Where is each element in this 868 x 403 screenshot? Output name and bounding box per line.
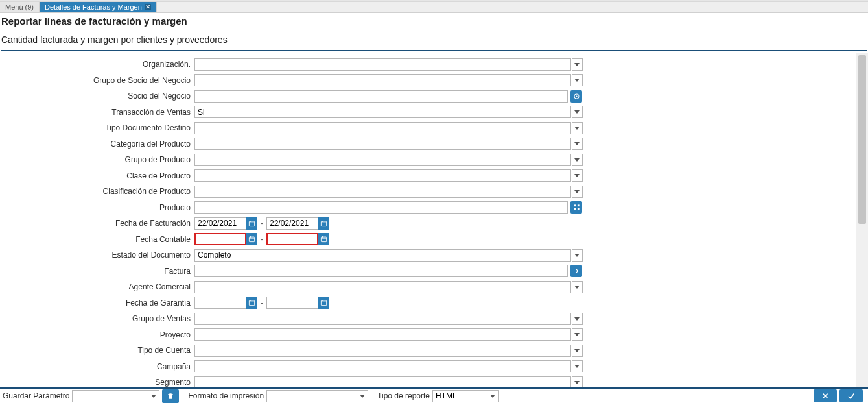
calendar-icon: [248, 236, 255, 243]
label-guardar-param: Guardar Parámetro: [3, 391, 69, 400]
input-estado-doc[interactable]: [194, 249, 571, 262]
input-proyecto[interactable]: [194, 328, 571, 341]
dropdown-formato-impresion[interactable]: [357, 390, 368, 402]
input-fecha-cont-to[interactable]: [266, 233, 318, 245]
input-grupo-ventas[interactable]: [194, 313, 571, 325]
dropdown-grupo-prod[interactable]: [572, 154, 583, 166]
delete-param-button[interactable]: [162, 389, 179, 403]
dropdown-campana[interactable]: [572, 360, 583, 372]
svg-rect-4: [574, 208, 576, 210]
label-grupo-ventas: Grupo de Ventas: [0, 314, 194, 323]
chevron-down-icon: [574, 254, 580, 257]
chevron-down-icon: [574, 174, 580, 177]
chevron-down-icon: [574, 158, 580, 162]
calendar-fecha-fact-from[interactable]: [246, 217, 257, 230]
dropdown-trans-ventas[interactable]: [572, 106, 583, 118]
tab-detalles-facturas[interactable]: Detalles de Facturas y Margen ✕: [40, 2, 157, 12]
range-dash: -: [259, 299, 265, 308]
input-fecha-fact-from[interactable]: [194, 217, 246, 230]
input-grupo-socio[interactable]: [194, 74, 571, 86]
close-icon: [820, 391, 830, 400]
input-socio[interactable]: [194, 90, 568, 103]
tab-detalles-label: Detalles de Facturas y Margen: [45, 3, 142, 11]
input-clasif-prod[interactable]: [194, 186, 571, 198]
svg-rect-5: [577, 208, 579, 210]
input-organizacion[interactable]: [194, 58, 571, 71]
lookup-producto-button[interactable]: [570, 201, 582, 214]
input-fecha-garantia-to[interactable]: [266, 297, 318, 309]
chevron-down-icon: [574, 110, 580, 114]
input-segmento[interactable]: [194, 376, 571, 388]
input-producto[interactable]: [194, 201, 568, 214]
lookup-socio-button[interactable]: [570, 90, 582, 103]
dropdown-organizacion[interactable]: [572, 58, 583, 71]
svg-rect-14: [249, 237, 254, 242]
calendar-icon: [320, 299, 327, 306]
input-grupo-prod[interactable]: [194, 154, 571, 166]
vertical-scrollbar[interactable]: [856, 53, 868, 387]
svg-rect-2: [574, 204, 576, 206]
dropdown-clasif-prod[interactable]: [572, 186, 583, 198]
label-cat-prod: Categoría del Producto: [0, 140, 194, 149]
confirm-button[interactable]: [839, 389, 863, 402]
range-dash: -: [259, 235, 265, 244]
calendar-fecha-garantia-from[interactable]: [246, 297, 257, 309]
grid-icon: [573, 204, 580, 211]
dropdown-segmento[interactable]: [572, 376, 583, 388]
dropdown-grupo-socio[interactable]: [572, 74, 583, 86]
chevron-down-icon: [574, 79, 580, 82]
lookup-factura-button[interactable]: [570, 265, 582, 277]
input-clase-prod[interactable]: [194, 169, 571, 182]
calendar-fecha-cont-to[interactable]: [318, 233, 329, 245]
calendar-fecha-cont-from[interactable]: [246, 233, 257, 245]
input-agente[interactable]: [194, 281, 571, 293]
page-title: Reportar líneas de facturación y margen: [1, 16, 867, 27]
dropdown-estado-doc[interactable]: [572, 249, 583, 262]
dropdown-tipo-reporte[interactable]: [487, 390, 499, 402]
svg-rect-26: [321, 300, 326, 306]
close-icon[interactable]: ✕: [145, 4, 151, 10]
label-campana: Campaña: [0, 362, 194, 371]
label-agente: Agente Comercial: [0, 282, 194, 291]
tab-strip: Menú (9) Detalles de Facturas y Margen ✕: [0, 2, 868, 13]
input-factura[interactable]: [194, 265, 568, 277]
chevron-down-icon: [574, 381, 580, 384]
input-cat-prod[interactable]: [194, 138, 571, 150]
label-tipo-reporte: Tipo de reporte: [377, 391, 430, 400]
dropdown-guardar-param[interactable]: [148, 390, 159, 402]
check-icon: [846, 391, 856, 400]
label-fecha-fact: Fecha de Facturación: [0, 219, 194, 228]
svg-point-1: [576, 95, 577, 97]
input-formato-impresion[interactable]: [266, 390, 357, 402]
page-heading: Reportar líneas de facturación y margen …: [0, 13, 868, 53]
dropdown-proyecto[interactable]: [572, 328, 583, 341]
input-tipo-cuenta[interactable]: [194, 345, 571, 357]
chevron-down-icon: [574, 190, 580, 193]
input-fecha-fact-to[interactable]: [266, 217, 318, 230]
form-scroll: Organización. Grupo de Socio del Negocio…: [0, 53, 856, 387]
label-formato-impresion: Formato de impresión: [188, 391, 264, 400]
input-fecha-garantia-from[interactable]: [194, 297, 246, 309]
dropdown-tipo-cuenta[interactable]: [572, 345, 583, 357]
input-trans-ventas[interactable]: [194, 106, 571, 118]
dropdown-tipo-doc-dest[interactable]: [572, 122, 583, 134]
dropdown-clase-prod[interactable]: [572, 169, 583, 182]
scrollbar-thumb[interactable]: [858, 55, 866, 224]
dropdown-agente[interactable]: [572, 281, 583, 293]
input-guardar-param[interactable]: [72, 390, 148, 402]
cancel-button[interactable]: [814, 389, 837, 402]
dropdown-cat-prod[interactable]: [572, 138, 583, 150]
calendar-fecha-fact-to[interactable]: [318, 217, 329, 230]
chevron-down-icon: [151, 395, 156, 398]
label-proyecto: Proyecto: [0, 330, 194, 339]
calendar-fecha-garantia-to[interactable]: [318, 297, 329, 309]
input-tipo-doc-dest[interactable]: [194, 122, 571, 134]
arrow-icon: [573, 267, 580, 275]
input-campana[interactable]: [194, 360, 571, 372]
range-dash: -: [259, 219, 265, 228]
label-trans-ventas: Transacción de Ventas: [0, 108, 194, 117]
tab-menu[interactable]: Menú (9): [0, 2, 40, 12]
dropdown-grupo-ventas[interactable]: [572, 313, 583, 325]
input-fecha-cont-from[interactable]: [194, 233, 246, 245]
input-tipo-reporte[interactable]: [432, 390, 487, 402]
